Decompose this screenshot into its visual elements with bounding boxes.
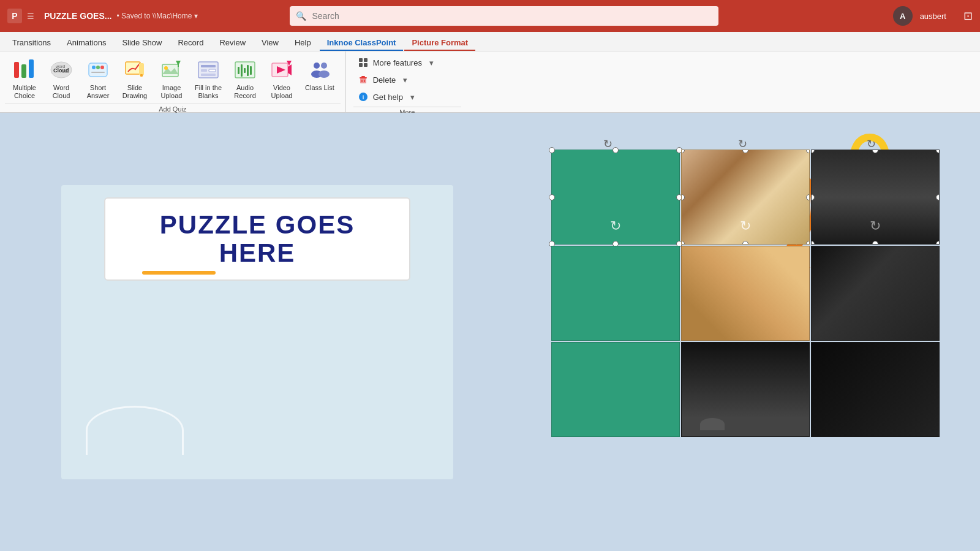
class-list-icon — [307, 58, 332, 82]
title-area: PUZZLE GOES... • Saved to \\Mac\Home ▾ — [44, 11, 198, 21]
multiple-choice-icon — [12, 58, 37, 82]
user-avatar[interactable]: A — [893, 6, 913, 26]
resize-tm-1[interactable] — [612, 147, 619, 153]
puzzle-cell-2-2[interactable] — [681, 246, 810, 341]
info-icon: i — [358, 92, 368, 102]
svg-text:P: P — [12, 11, 17, 21]
quiz-section: Multiple Choice word Cloud chat Word Clo… — [0, 51, 346, 112]
slide-panel: PUZZLE GOES HERE — [0, 113, 514, 551]
svg-rect-32 — [250, 66, 252, 75]
audio-record-button[interactable]: Audio Record — [228, 55, 262, 102]
svg-rect-30 — [244, 68, 246, 73]
svg-point-10 — [92, 66, 96, 69]
svg-rect-26 — [201, 74, 216, 76]
rotate-handle-2[interactable]: ↻ — [738, 137, 747, 151]
tab-transitions[interactable]: Transitions — [5, 36, 58, 51]
tab-slideshow[interactable]: Slide Show — [115, 36, 169, 51]
search-bar: 🔍 — [290, 6, 718, 26]
get-help-button[interactable]: i Get help ▾ — [353, 89, 461, 104]
svg-point-12 — [100, 66, 104, 69]
short-answer-icon — [86, 58, 110, 82]
puzzle-cell-3-2[interactable] — [681, 342, 810, 437]
svg-rect-41 — [359, 58, 363, 62]
rotate-icon-1[interactable]: ↻ — [610, 218, 621, 234]
resize-bm-2[interactable] — [742, 241, 748, 245]
powerpoint-icon: P — [7, 9, 22, 23]
document-title: PUZZLE GOES... — [44, 11, 111, 21]
image-upload-button[interactable]: Image Upload — [154, 55, 189, 102]
resize-mr-2[interactable] — [806, 194, 810, 200]
ribbon-tabs: Transitions Animations Slide Show Record… — [0, 32, 980, 51]
resize-mr-3[interactable] — [936, 194, 940, 200]
puzzle-cell-3-3[interactable] — [811, 342, 940, 437]
svg-rect-16 — [140, 74, 143, 77]
puzzle-cell-1-2[interactable]: ↻ — [681, 150, 810, 245]
puzzle-cell-3-1[interactable] — [551, 342, 680, 437]
tab-animations[interactable]: Animations — [59, 36, 113, 51]
fill-blanks-button[interactable]: Fill in the Blanks — [191, 55, 225, 102]
tab-view[interactable]: View — [254, 36, 286, 51]
puzzle-cell-2-3[interactable] — [811, 246, 940, 341]
rotate-icon-3[interactable]: ↻ — [870, 218, 881, 234]
title-bar-right: A ausbert ⊡ — [893, 6, 973, 26]
grid-icon — [358, 58, 368, 67]
resize-tl-1[interactable] — [549, 147, 555, 153]
window-controls[interactable]: ⊡ — [963, 9, 973, 23]
slide-title-box: PUZZLE GOES HERE — [104, 197, 410, 281]
trash-icon — [358, 75, 368, 85]
puzzle-cell-1-3[interactable]: ↻ — [811, 150, 940, 245]
resize-bm-3[interactable] — [872, 241, 878, 245]
svg-rect-31 — [247, 65, 249, 76]
svg-point-19 — [164, 66, 168, 70]
delete-button[interactable]: Delete ▾ — [353, 72, 461, 87]
svg-rect-29 — [241, 64, 243, 77]
slide-underline — [142, 271, 216, 275]
class-list-button[interactable]: Class List — [301, 55, 338, 94]
resize-ml-1[interactable] — [549, 194, 555, 200]
username: ausbert — [920, 12, 946, 21]
svg-rect-4 — [29, 59, 34, 78]
word-cloud-button[interactable]: word Cloud chat Word Cloud — [44, 55, 78, 102]
svg-text:i: i — [362, 94, 364, 101]
tab-help[interactable]: Help — [287, 36, 318, 51]
multiple-choice-button[interactable]: Multiple Choice — [7, 55, 42, 102]
short-answer-button[interactable]: Short Answer — [81, 55, 115, 102]
tab-record[interactable]: Record — [170, 36, 211, 51]
image-upload-icon — [159, 58, 184, 82]
rotate-handle-3[interactable]: ↻ — [867, 137, 876, 151]
tab-review[interactable]: Review — [212, 36, 253, 51]
rotate-icon-2[interactable]: ↻ — [740, 218, 751, 234]
rotate-handle-1[interactable]: ↻ — [603, 137, 612, 151]
svg-rect-9 — [89, 63, 107, 77]
svg-rect-28 — [238, 67, 239, 74]
puzzle-cell-2-1[interactable] — [551, 246, 680, 341]
slide-title: PUZZLE GOES HERE — [130, 211, 385, 267]
svg-rect-43 — [359, 63, 363, 67]
svg-text:chat: chat — [62, 70, 69, 74]
slide-drawing-button[interactable]: Slide Drawing — [118, 55, 152, 102]
decorative-arc — [86, 406, 184, 455]
svg-rect-3 — [21, 64, 26, 78]
tab-picture-format[interactable]: Picture Format — [404, 36, 475, 51]
resize-br-2[interactable] — [806, 241, 810, 245]
class-list-label: Class List — [305, 84, 334, 92]
puzzle-cell-1-1[interactable]: ↻ — [551, 150, 680, 245]
ribbon: Multiple Choice word Cloud chat Word Clo… — [0, 51, 980, 113]
resize-br-3[interactable] — [936, 241, 940, 245]
short-answer-label: Short Answer — [87, 84, 110, 100]
svg-rect-44 — [364, 63, 368, 67]
more-section: More features ▾ Delete ▾ i Get help ▾ Mo… — [346, 51, 469, 112]
audio-record-icon — [233, 58, 257, 82]
more-features-button[interactable]: More features ▾ — [353, 55, 461, 70]
svg-point-40 — [318, 70, 330, 78]
search-icon: 🔍 — [296, 11, 306, 21]
search-input[interactable] — [290, 6, 718, 26]
save-location-dropdown[interactable]: ▾ — [194, 12, 198, 20]
puzzle-grid: ↻ ↻ ↻ ↻ — [551, 150, 940, 437]
svg-rect-15 — [139, 63, 144, 75]
word-cloud-icon: word Cloud chat — [49, 58, 74, 82]
tab-classpoint[interactable]: Inknoe ClassPoint — [320, 36, 404, 51]
multiple-choice-label: Multiple Choice — [13, 84, 36, 100]
svg-point-38 — [321, 63, 327, 69]
video-upload-button[interactable]: Video Upload — [265, 55, 299, 102]
